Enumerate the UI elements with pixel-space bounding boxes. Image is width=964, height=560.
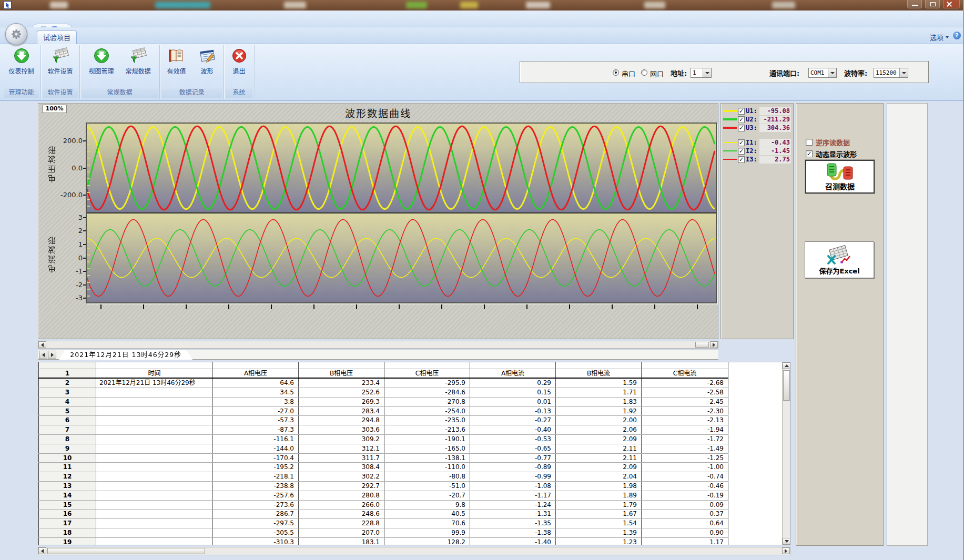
table-cell[interactable]: [96, 416, 213, 425]
table-cell[interactable]: -235.0: [384, 416, 470, 425]
ribbon-help-icon[interactable]: ?: [953, 32, 961, 39]
legend-checkbox[interactable]: ✓: [738, 156, 745, 163]
table-cell[interactable]: -1.17: [470, 491, 556, 500]
scroll-left-button[interactable]: [38, 341, 46, 348]
dropdown-button[interactable]: [703, 68, 711, 77]
table-cell[interactable]: 302.2: [299, 472, 384, 482]
table-cell[interactable]: 0.64: [642, 519, 728, 528]
fetch-data-button[interactable]: 召测数据: [805, 160, 875, 194]
table-cell[interactable]: 280.8: [299, 491, 384, 500]
table-cell[interactable]: 269.3: [299, 397, 384, 406]
table-cell[interactable]: -273.6: [213, 500, 299, 510]
chart-horizontal-scrollbar[interactable]: [38, 341, 718, 349]
table-cell[interactable]: -27.0: [213, 406, 299, 416]
close-button[interactable]: [943, 0, 960, 8]
table-cell[interactable]: 1.67: [556, 510, 642, 519]
table-cell[interactable]: 1.79: [556, 500, 642, 510]
options-button[interactable]: 选项: [930, 32, 949, 42]
table-cell[interactable]: [96, 397, 213, 406]
table-cell[interactable]: 2.06: [556, 425, 642, 435]
table-cell[interactable]: 2021年12月21日 13时46分29秒: [96, 378, 213, 388]
table-cell[interactable]: -297.5: [213, 519, 299, 528]
table-cell[interactable]: -87.3: [213, 425, 299, 435]
row-number-cell[interactable]: 12: [39, 472, 96, 482]
table-cell[interactable]: 64.6: [213, 378, 299, 388]
reverse-read-option[interactable]: 逆序读数据: [806, 137, 850, 147]
table-horizontal-scrollbar[interactable]: [38, 547, 790, 555]
row-number-cell[interactable]: 4: [39, 397, 96, 406]
table-cell[interactable]: -238.8: [213, 482, 299, 491]
table-cell[interactable]: -20.7: [384, 491, 470, 500]
table-cell[interactable]: 312.1: [299, 444, 384, 453]
legend-checkbox[interactable]: ✓: [738, 139, 745, 146]
baud-rate-select[interactable]: 115200: [874, 68, 908, 78]
table-cell[interactable]: 252.6: [299, 388, 384, 398]
table-cell[interactable]: -254.0: [384, 406, 470, 416]
table-cell[interactable]: -0.77: [470, 453, 556, 463]
row-number-cell[interactable]: 14: [39, 491, 96, 500]
table-cell[interactable]: 128.2: [384, 537, 470, 545]
table-cell[interactable]: [96, 472, 213, 482]
table-cell[interactable]: 2.04: [556, 472, 642, 482]
row-number-cell[interactable]: 17: [39, 519, 96, 528]
table-cell[interactable]: 294.8: [299, 416, 384, 425]
dropdown-button[interactable]: [899, 68, 908, 77]
scroll-right-button[interactable]: [782, 547, 790, 554]
table-cell[interactable]: 3.8: [213, 397, 299, 406]
table-cell[interactable]: -0.89: [470, 463, 556, 472]
table-cell[interactable]: 1.39: [556, 528, 642, 538]
row-number-cell[interactable]: 13: [39, 482, 96, 491]
table-cell[interactable]: -1.40: [470, 537, 556, 545]
table-cell[interactable]: -295.9: [384, 378, 470, 388]
table-cell[interactable]: [96, 500, 213, 510]
table-cell[interactable]: -195.2: [213, 463, 299, 472]
table-cell[interactable]: 308.4: [299, 463, 384, 472]
table-cell[interactable]: [96, 510, 213, 519]
table-cell[interactable]: -0.74: [642, 472, 728, 482]
table-cell[interactable]: -0.13: [470, 406, 556, 416]
table-cell[interactable]: 228.8: [299, 519, 384, 528]
table-cell[interactable]: 0.15: [470, 388, 556, 398]
row-number-cell[interactable]: 15: [39, 500, 96, 510]
table-cell[interactable]: 311.7: [299, 453, 384, 463]
table-cell[interactable]: 9.8: [384, 500, 470, 510]
table-cell[interactable]: [96, 362, 213, 369]
table-cell[interactable]: 2.09: [556, 435, 642, 444]
table-cell[interactable]: 1.98: [556, 482, 642, 491]
dropdown-button[interactable]: [828, 68, 836, 77]
table-cell[interactable]: [96, 435, 213, 444]
table-cell[interactable]: 183.1: [299, 537, 384, 545]
table-cell[interactable]: [39, 362, 96, 369]
scroll-left-button[interactable]: [38, 547, 46, 554]
table-cell[interactable]: -1.94: [642, 425, 728, 435]
table-cell[interactable]: 283.4: [299, 406, 384, 416]
meter-control-button[interactable]: 仪表控制: [3, 47, 40, 86]
table-cell[interactable]: -2.68: [642, 378, 728, 388]
scroll-thumb[interactable]: [783, 370, 790, 401]
table-cell[interactable]: 2.09: [556, 463, 642, 472]
legend-checkbox[interactable]: ✓: [738, 116, 745, 123]
table-cell[interactable]: -305.5: [213, 528, 299, 538]
table-cell[interactable]: 1.71: [556, 388, 642, 398]
comm-port-select[interactable]: COM1: [808, 68, 837, 78]
table-cell[interactable]: [96, 528, 213, 538]
waveform-button[interactable]: 波形: [192, 47, 222, 86]
table-cell[interactable]: -284.6: [384, 388, 470, 398]
table-cell[interactable]: 0.01: [470, 397, 556, 406]
table-cell[interactable]: -110.0: [384, 463, 470, 472]
row-number-cell[interactable]: 3: [39, 388, 96, 398]
table-cell[interactable]: [384, 362, 470, 369]
table-cell[interactable]: [556, 362, 642, 369]
table-cell[interactable]: -116.1: [213, 435, 299, 444]
scroll-thumb[interactable]: [47, 548, 205, 554]
row-number-cell[interactable]: 2: [39, 378, 96, 388]
table-cell[interactable]: 1.54: [556, 519, 642, 528]
table-cell[interactable]: [96, 482, 213, 491]
row-number-cell[interactable]: 11: [39, 463, 96, 472]
serial-port-radio[interactable]: [613, 69, 619, 76]
table-cell[interactable]: 207.0: [299, 528, 384, 538]
table-cell[interactable]: -0.19: [642, 491, 728, 500]
table-cell[interactable]: -270.8: [384, 397, 470, 406]
table-cell[interactable]: 2.11: [556, 453, 642, 463]
row-number-cell[interactable]: 10: [39, 453, 96, 463]
